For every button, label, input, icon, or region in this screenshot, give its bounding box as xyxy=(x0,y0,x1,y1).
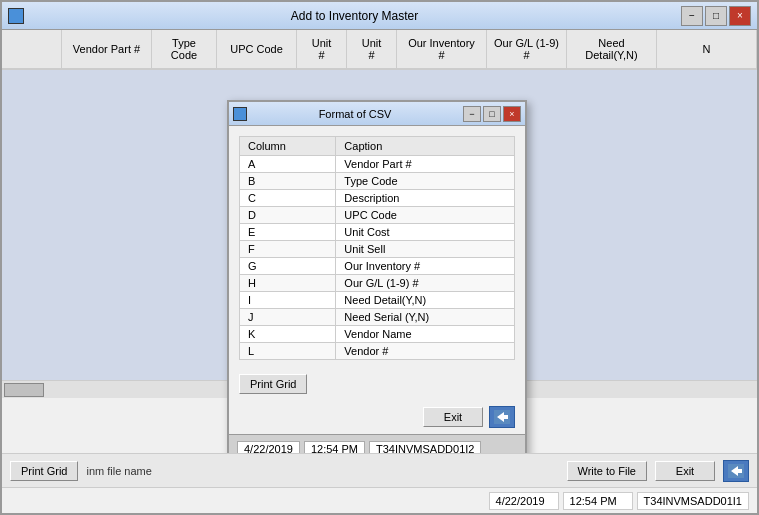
table-row: KVendor Name xyxy=(240,326,515,343)
grid-col-empty xyxy=(2,30,62,69)
table-row: DUPC Code xyxy=(240,207,515,224)
table-row: INeed Detail(Y,N) xyxy=(240,292,515,309)
modal-maximize-button[interactable]: □ xyxy=(483,106,501,122)
table-row: FUnit Sell xyxy=(240,241,515,258)
table-cell-caption: Description xyxy=(336,190,515,207)
table-row: GOur Inventory # xyxy=(240,258,515,275)
app-icon xyxy=(8,8,24,24)
modal-date: 4/22/2019 xyxy=(237,441,300,454)
print-grid-button[interactable]: Print Grid xyxy=(239,374,307,394)
grid-header: Vendor Part # TypeCode UPC Code Unit# Un… xyxy=(2,30,757,70)
grid-col-unit1: Unit# xyxy=(297,30,347,69)
table-cell-caption: Unit Sell xyxy=(336,241,515,258)
minimize-button[interactable]: − xyxy=(681,6,703,26)
content-area: Vendor Part # TypeCode UPC Code Unit# Un… xyxy=(2,30,757,453)
status-code: T34INVMSADD01I1 xyxy=(637,492,749,510)
maximize-button[interactable]: □ xyxy=(705,6,727,26)
status-date: 4/22/2019 xyxy=(489,492,559,510)
main-window: Add to Inventory Master − □ × Vendor Par… xyxy=(0,0,759,515)
table-cell-column: D xyxy=(240,207,336,224)
table-row: CDescription xyxy=(240,190,515,207)
table-cell-column: K xyxy=(240,326,336,343)
modal-footer: Exit xyxy=(229,400,525,434)
main-exit-button[interactable]: Exit xyxy=(655,461,715,481)
table-cell-caption: Our G/L (1-9) # xyxy=(336,275,515,292)
table-cell-column: E xyxy=(240,224,336,241)
modal-bottom-bar: 4/22/2019 12:54 PM T34INVMSADD01I2 xyxy=(229,434,525,453)
grid-col-need-detail: Need Detail(Y,N) xyxy=(567,30,657,69)
modal-code: T34INVMSADD01I2 xyxy=(369,441,481,454)
inm-file-label: inm file name xyxy=(86,465,151,477)
grid-col-upc: UPC Code xyxy=(217,30,297,69)
print-grid-main-button[interactable]: Print Grid xyxy=(10,461,78,481)
table-row: BType Code xyxy=(240,173,515,190)
modal-exit-button[interactable]: Exit xyxy=(423,407,483,427)
table-cell-caption: Our Inventory # xyxy=(336,258,515,275)
table-cell-column: B xyxy=(240,173,336,190)
modal-icon xyxy=(233,107,247,121)
col-header-column: Column xyxy=(240,137,336,156)
modal-title: Format of CSV xyxy=(247,108,463,120)
main-title: Add to Inventory Master xyxy=(28,9,681,23)
table-cell-caption: Need Detail(Y,N) xyxy=(336,292,515,309)
status-bar: 4/22/2019 12:54 PM T34INVMSADD01I1 xyxy=(2,487,757,513)
grid-col-vendor-part: Vendor Part # xyxy=(62,30,152,69)
table-cell-caption: Unit Cost xyxy=(336,224,515,241)
table-cell-caption: Vendor # xyxy=(336,343,515,360)
table-cell-column: H xyxy=(240,275,336,292)
close-button[interactable]: × xyxy=(729,6,751,26)
modal-time: 12:54 PM xyxy=(304,441,365,454)
grid-col-our-inventory: Our Inventory# xyxy=(397,30,487,69)
table-row: AVendor Part # xyxy=(240,156,515,173)
table-cell-caption: Need Serial (Y,N) xyxy=(336,309,515,326)
format-csv-dialog: Format of CSV − □ × Column Caption xyxy=(227,100,527,453)
modal-content: Column Caption AVendor Part #BType CodeC… xyxy=(229,126,525,370)
modal-close-button[interactable]: × xyxy=(503,106,521,122)
table-row: JNeed Serial (Y,N) xyxy=(240,309,515,326)
modal-window-controls: − □ × xyxy=(463,106,521,122)
grid-col-n: N xyxy=(657,30,757,69)
write-to-file-button[interactable]: Write to File xyxy=(567,461,647,481)
table-row: EUnit Cost xyxy=(240,224,515,241)
main-title-bar: Add to Inventory Master − □ × xyxy=(2,2,757,30)
grid-col-type-code: TypeCode xyxy=(152,30,217,69)
table-cell-column: A xyxy=(240,156,336,173)
table-cell-column: J xyxy=(240,309,336,326)
col-header-caption: Caption xyxy=(336,137,515,156)
table-cell-caption: UPC Code xyxy=(336,207,515,224)
table-cell-column: L xyxy=(240,343,336,360)
status-time: 12:54 PM xyxy=(563,492,633,510)
table-cell-caption: Type Code xyxy=(336,173,515,190)
bottom-bar: Print Grid inm file name Write to File E… xyxy=(2,453,757,487)
grid-col-gl: Our G/L (1-9)# xyxy=(487,30,567,69)
table-cell-column: F xyxy=(240,241,336,258)
modal-exit-icon[interactable] xyxy=(489,406,515,428)
main-exit-icon[interactable] xyxy=(723,460,749,482)
table-cell-column: I xyxy=(240,292,336,309)
grid-col-unit2: Unit# xyxy=(347,30,397,69)
main-window-controls: − □ × xyxy=(681,6,751,26)
modal-minimize-button[interactable]: − xyxy=(463,106,481,122)
table-row: LVendor # xyxy=(240,343,515,360)
h-scrollbar-thumb[interactable] xyxy=(4,383,44,397)
table-cell-column: C xyxy=(240,190,336,207)
csv-table: Column Caption AVendor Part #BType CodeC… xyxy=(239,136,515,360)
table-cell-caption: Vendor Part # xyxy=(336,156,515,173)
table-cell-caption: Vendor Name xyxy=(336,326,515,343)
table-row: HOur G/L (1-9) # xyxy=(240,275,515,292)
table-cell-column: G xyxy=(240,258,336,275)
modal-title-bar: Format of CSV − □ × xyxy=(229,102,525,126)
